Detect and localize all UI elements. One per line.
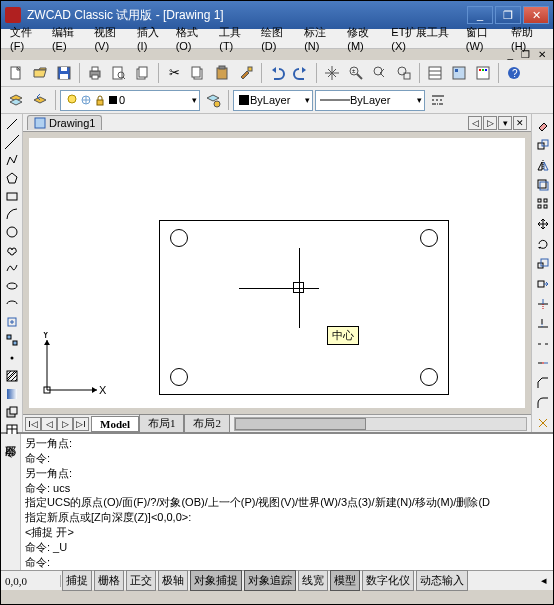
matchprop-icon[interactable] — [235, 62, 257, 84]
mdi-close[interactable]: ✕ — [534, 49, 550, 60]
canvas[interactable]: 中心 X Y — [29, 138, 525, 408]
region-icon[interactable] — [2, 404, 22, 420]
menu-edit[interactable]: 编辑(E) — [47, 23, 90, 54]
explode-icon[interactable] — [533, 414, 553, 432]
xline-icon[interactable] — [2, 134, 22, 150]
pan-icon[interactable] — [321, 62, 343, 84]
adc-icon[interactable] — [448, 62, 470, 84]
copy-icon[interactable] — [187, 62, 209, 84]
spline-icon[interactable] — [2, 260, 22, 276]
menu-file[interactable]: 文件(F) — [5, 23, 47, 54]
linetype-combo[interactable]: ByLayer ▾ — [315, 90, 425, 111]
tab-close-icon[interactable]: ✕ — [513, 116, 527, 130]
pline-icon[interactable] — [2, 152, 22, 168]
doc-tab[interactable]: Drawing1 — [27, 115, 102, 130]
zoom-prev-icon[interactable] — [369, 62, 391, 84]
sb-otrack[interactable]: 对象追踪 — [244, 570, 296, 591]
array-icon[interactable] — [533, 196, 553, 214]
print-icon[interactable] — [84, 62, 106, 84]
arc-icon[interactable] — [2, 206, 22, 222]
sheet-first-icon[interactable]: I◁ — [25, 417, 41, 431]
insert-icon[interactable] — [2, 314, 22, 330]
hatch-icon[interactable] — [2, 368, 22, 384]
sheet-last-icon[interactable]: ▷I — [73, 417, 89, 431]
sheet-prev-icon[interactable]: ◁ — [41, 417, 57, 431]
sb-tablet[interactable]: 数字化仪 — [362, 570, 414, 591]
fillet-icon[interactable] — [533, 394, 553, 412]
scale-icon[interactable] — [533, 255, 553, 273]
sb-snap[interactable]: 捕捉 — [62, 570, 92, 591]
maximize-button[interactable]: ❐ — [495, 6, 521, 24]
stretch-icon[interactable] — [533, 275, 553, 293]
ellipsearc-icon[interactable] — [2, 296, 22, 312]
ltype-manager-icon[interactable] — [427, 89, 449, 111]
extend-icon[interactable] — [533, 315, 553, 333]
chamfer-icon[interactable] — [533, 374, 553, 392]
command-window[interactable]: 耶令历 另一角点: 命令: 另一角点: 命令: ucs 指定UCS的原点(O)/… — [1, 432, 553, 570]
revcloud-icon[interactable] — [2, 242, 22, 258]
coord-readout[interactable]: 0,0,0 — [1, 575, 61, 587]
hscrollbar[interactable] — [234, 417, 527, 431]
sb-ortho[interactable]: 正交 — [126, 570, 156, 591]
close-button[interactable]: ✕ — [523, 6, 549, 24]
polygon-icon[interactable] — [2, 170, 22, 186]
point-icon[interactable] — [2, 350, 22, 366]
mdi-restore[interactable]: ❐ — [517, 49, 534, 60]
new-icon[interactable] — [5, 62, 27, 84]
menu-et[interactable]: ET扩展工具(X) — [386, 23, 460, 54]
menu-tools[interactable]: 工具(T) — [214, 23, 256, 54]
sb-polar[interactable]: 极轴 — [158, 570, 188, 591]
layer-combo[interactable]: 0 ▾ — [60, 90, 200, 111]
tab-model[interactable]: Model — [91, 416, 139, 432]
trim-icon[interactable] — [533, 295, 553, 313]
circle-icon[interactable] — [2, 224, 22, 240]
open-icon[interactable] — [29, 62, 51, 84]
menu-view[interactable]: 视图(V) — [89, 23, 132, 54]
rectangle-icon[interactable] — [2, 188, 22, 204]
publish-icon[interactable] — [132, 62, 154, 84]
ellipse-icon[interactable] — [2, 278, 22, 294]
zoom-win-icon[interactable] — [393, 62, 415, 84]
menu-window[interactable]: 窗口(W) — [461, 23, 506, 54]
move-icon[interactable] — [533, 215, 553, 233]
line-icon[interactable] — [2, 116, 22, 132]
tab-layout2[interactable]: 布局2 — [184, 414, 230, 433]
zoom-rt-icon[interactable]: ± — [345, 62, 367, 84]
props-icon[interactable] — [424, 62, 446, 84]
sb-dyn[interactable]: 动态输入 — [416, 570, 468, 591]
sb-grid[interactable]: 栅格 — [94, 570, 124, 591]
tab-left-icon[interactable]: ◁ — [468, 116, 482, 130]
save-icon[interactable] — [53, 62, 75, 84]
undo-icon[interactable] — [266, 62, 288, 84]
layer-prev-icon[interactable] — [29, 89, 51, 111]
erase-icon[interactable] — [533, 116, 553, 134]
rotate-icon[interactable] — [533, 235, 553, 253]
sheet-next-icon[interactable]: ▷ — [57, 417, 73, 431]
menu-dimension[interactable]: 标注(N) — [299, 23, 342, 54]
sb-chevron-icon[interactable]: ◂ — [535, 574, 553, 587]
minimize-button[interactable]: _ — [467, 6, 493, 24]
menu-draw[interactable]: 绘图(D) — [256, 23, 299, 54]
paste-icon[interactable] — [211, 62, 233, 84]
cut-icon[interactable]: ✂ — [163, 62, 185, 84]
mdi-minimize[interactable]: _ — [503, 49, 517, 60]
menu-format[interactable]: 格式(O) — [171, 23, 215, 54]
sb-lwt[interactable]: 线宽 — [298, 570, 328, 591]
color-combo[interactable]: ByLayer ▾ — [233, 90, 313, 111]
tab-layout1[interactable]: 布局1 — [139, 414, 185, 433]
menu-insert[interactable]: 插入(I) — [132, 23, 171, 54]
tab-menu-icon[interactable]: ▾ — [498, 116, 512, 130]
layer-manager-icon[interactable] — [5, 89, 27, 111]
menu-modify[interactable]: 修改(M) — [342, 23, 386, 54]
gradient-icon[interactable] — [2, 386, 22, 402]
block-icon[interactable] — [2, 332, 22, 348]
layer-states-icon[interactable] — [202, 89, 224, 111]
join-icon[interactable] — [533, 355, 553, 373]
hscroll-thumb[interactable] — [235, 418, 366, 430]
sb-model[interactable]: 模型 — [330, 570, 360, 591]
offset-icon[interactable] — [533, 176, 553, 194]
help-icon[interactable]: ? — [503, 62, 525, 84]
tab-right-icon[interactable]: ▷ — [483, 116, 497, 130]
redo-icon[interactable] — [290, 62, 312, 84]
sb-osnap[interactable]: 对象捕捉 — [190, 570, 242, 591]
